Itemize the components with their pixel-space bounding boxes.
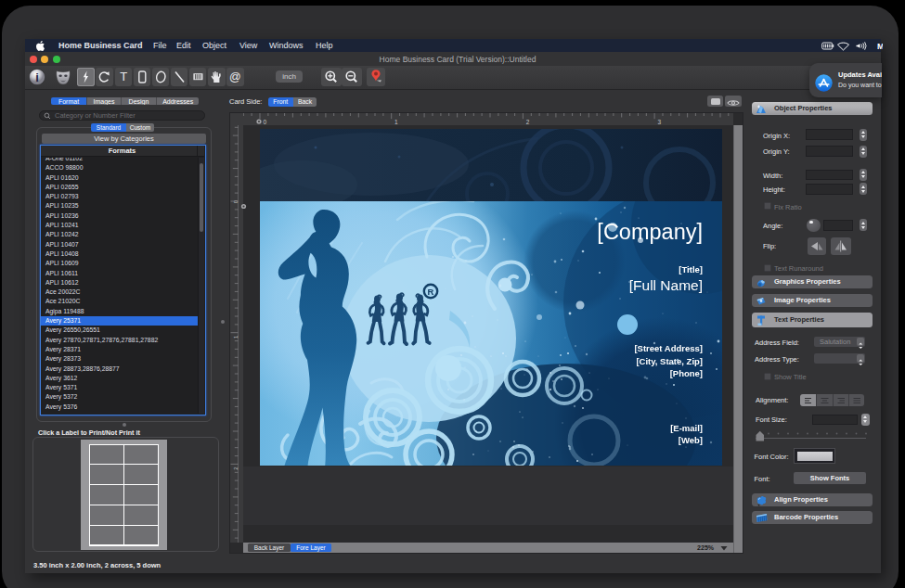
svg-text:[Title]: [Title]	[679, 264, 703, 275]
svg-text:M: M	[877, 42, 883, 51]
svg-text:[Company]: [Company]	[597, 220, 703, 244]
svg-text:2: 2	[526, 119, 530, 125]
svg-text:[Web]: [Web]	[679, 435, 703, 445]
svg-text:[E-mail]: [E-mail]	[670, 423, 703, 433]
svg-text:[Street Address]: [Street Address]	[634, 343, 703, 353]
svg-text:@: @	[229, 70, 241, 83]
svg-text:[Full Name]: [Full Name]	[629, 277, 703, 293]
svg-text:R: R	[428, 287, 434, 297]
svg-text:3: 3	[658, 119, 662, 125]
svg-text:[Phone]: [Phone]	[670, 368, 703, 378]
svg-text:i: i	[35, 70, 39, 83]
svg-text:T: T	[120, 70, 127, 83]
svg-text:1: 1	[394, 119, 398, 125]
svg-text:[City, State, Zip]: [City, State, Zip]	[636, 356, 703, 366]
svg-text:0: 0	[264, 119, 267, 125]
